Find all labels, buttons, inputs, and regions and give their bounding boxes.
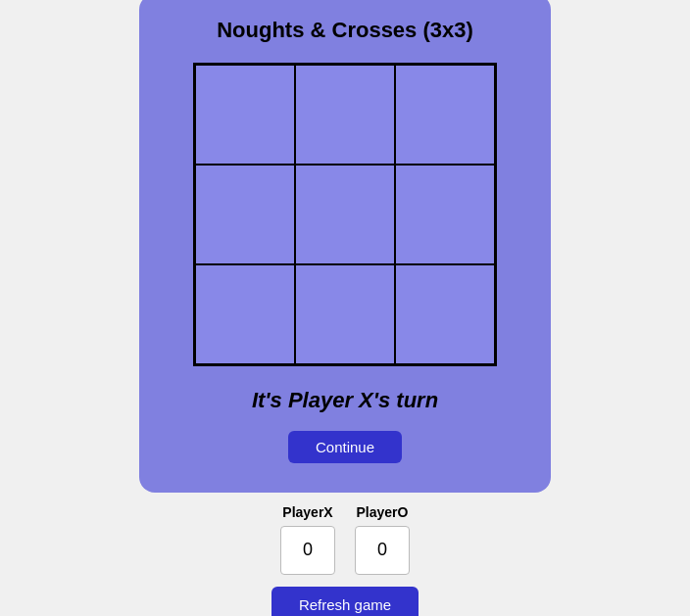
player-x-score-col: PlayerX 0	[280, 504, 335, 575]
cell-2-1[interactable]	[295, 264, 395, 364]
turn-text: It's Player X's turn	[252, 388, 438, 413]
cell-0-1[interactable]	[295, 65, 395, 165]
refresh-button[interactable]: Refresh game	[271, 587, 419, 617]
game-board	[193, 63, 497, 366]
game-card: Noughts & Crosses (3x3) It's Player X's …	[139, 0, 551, 493]
cell-1-1[interactable]	[295, 165, 395, 264]
player-x-score-box: 0	[280, 526, 335, 575]
cell-0-0[interactable]	[195, 65, 295, 165]
app-container: Noughts & Crosses (3x3) It's Player X's …	[139, 0, 551, 616]
cell-0-2[interactable]	[395, 65, 495, 165]
cell-1-2[interactable]	[395, 165, 495, 264]
scores-section: PlayerX 0 PlayerO 0 Refresh game	[271, 504, 419, 617]
cell-2-0[interactable]	[195, 264, 295, 364]
player-x-label: PlayerX	[282, 504, 332, 520]
cell-1-0[interactable]	[195, 165, 295, 264]
player-o-score-box: 0	[355, 526, 410, 575]
player-o-label: PlayerO	[357, 504, 409, 520]
player-o-score-col: PlayerO 0	[355, 504, 410, 575]
scores-row: PlayerX 0 PlayerO 0	[280, 504, 410, 575]
cell-2-2[interactable]	[395, 264, 495, 364]
continue-button[interactable]: Continue	[288, 431, 402, 463]
game-title: Noughts & Crosses (3x3)	[217, 18, 473, 43]
